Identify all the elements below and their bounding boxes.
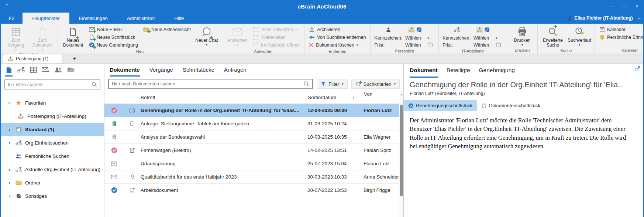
tree-item-favoriten[interactable]: › ★ Favoriten [1, 96, 104, 109]
sidebar-view-documents[interactable] [5, 67, 13, 77]
document-row[interactable]: Arbeitsdokument 20-07-2022 13:53 Birgit … [104, 184, 403, 197]
caret-down-icon[interactable]: ▾ [427, 36, 435, 40]
chevron-right-icon[interactable]: › [9, 140, 10, 146]
edit-flag-icon[interactable] [484, 27, 490, 33]
chevron-right-icon[interactable]: › [9, 180, 10, 186]
edit-flag-icon[interactable] [416, 27, 422, 33]
tab-anfragen[interactable]: Anfragen [224, 67, 247, 77]
popout-icon[interactable] [634, 66, 640, 72]
menu-tab-einstellungen[interactable]: Einstellungen [69, 13, 117, 24]
tab-dokument[interactable]: Dokument [410, 67, 438, 78]
tree-item-org-einheitssuchen[interactable]: › Org.Einheitssuchen [1, 136, 104, 149]
column-header-von[interactable]: Von [360, 91, 403, 104]
sidebar-view-contacts[interactable] [54, 67, 62, 76]
weiterleiten-button[interactable]: Weiterleiten [251, 33, 302, 41]
document-row[interactable]: Analyse der Bundestagswahl 10-03-2025 10… [104, 130, 403, 144]
tab-posteingang[interactable]: Posteingang (1) [3, 54, 62, 63]
chevron-down-icon[interactable]: › [7, 102, 13, 104]
document-row[interactable]: Genehmigung der Rolle in der Org.Einheit… [104, 104, 403, 117]
tree-item-standard[interactable]: › Standard (1) [1, 123, 104, 136]
antworten-button[interactable]: Antworten ▾ [224, 25, 250, 49]
tab-dokumentenschriftstueck[interactable]: Dokumentenschriftstück [477, 100, 545, 111]
comment-icon [130, 121, 135, 126]
menu-tab-hauptfenster[interactable]: Hauptfenster [23, 13, 69, 24]
list-scrollbar[interactable]: ▲ [399, 91, 403, 217]
flag-icon[interactable] [408, 27, 415, 33]
suchverlauf-button[interactable]: Suchverlauf ▾ [566, 25, 592, 48]
minimize-button[interactable]: — [606, 1, 618, 11]
tree-item-ordner[interactable]: › Ordner [1, 176, 104, 189]
tab-beteiligte[interactable]: Beteiligte [447, 67, 470, 78]
im-kalender-oeffnen-button[interactable]: Im Kalender öffnen [251, 41, 302, 49]
frist-waehlen-button[interactable]: Wählen [473, 43, 493, 48]
window-title: cBrain AcCloud06 [1, 3, 643, 10]
sidebar-search-input[interactable] [8, 82, 92, 87]
search-icon[interactable] [92, 82, 97, 87]
document-row[interactable]: Anfrage: Stellungnahme: Tablets im Kinde… [104, 117, 403, 130]
allen-antworten-button[interactable]: Allen antworten ▾ [251, 26, 302, 33]
kennzeichen-waehlen-button[interactable]: Wählen [405, 35, 424, 41]
column-header-betreff[interactable]: Betreff [141, 95, 304, 100]
flag-icon[interactable] [476, 27, 483, 33]
kalender-button[interactable]: Kalender [597, 26, 644, 33]
sort-descending-icon[interactable]: ↓ [352, 95, 355, 100]
tab-genehmigung[interactable]: Genehmigung [479, 67, 515, 78]
persoenliche-erinnerungen-button[interactable]: Persönliche Erinnerungen [597, 33, 644, 41]
dokument-loeschen-button[interactable]: Dokument löschen ▾ [307, 41, 368, 49]
maximize-button[interactable]: □ [618, 1, 631, 11]
document-search-input[interactable] [112, 81, 303, 87]
document-row[interactable]: Urlaubsplanung 25-07-2023 15:04 Florian … [104, 157, 403, 170]
neue-genehmigung-button[interactable]: Neue Genehmigung [87, 41, 140, 49]
row-sortierdatum: 31-03-2025 10:24 [304, 121, 360, 126]
close-button[interactable]: × [631, 1, 643, 11]
tab-dokumente[interactable]: Dokumente [110, 67, 140, 77]
reply-all-icon [253, 27, 259, 32]
frist-waehlen-button[interactable]: Wählen [405, 43, 424, 48]
tab-schriftstuecke[interactable]: Schriftstücke [183, 67, 214, 77]
sidebar-view-org[interactable] [17, 67, 25, 75]
archivieren-button[interactable]: Archivieren [307, 26, 368, 33]
suchkriterien-button[interactable]: Suchkriterien ▾ [351, 79, 400, 89]
menu-tab-administrator[interactable]: Administrator [117, 13, 165, 24]
menu-tab-f2[interactable]: F2 [1, 13, 23, 24]
chevron-right-icon[interactable]: › [9, 127, 10, 132]
sidebar-view-mail[interactable] [42, 67, 49, 75]
document-row[interactable]: Firmenwagen (Elektro) 14-02-2025 13:51 F… [104, 144, 403, 157]
printer-icon [517, 27, 527, 37]
filter-button[interactable]: Filter ▾ [317, 79, 347, 89]
tree-item-posteingang[interactable]: Posteingang (IT-Abteilung) [1, 109, 104, 123]
tree-item-sonstiges[interactable]: › Sonstiges [1, 189, 104, 203]
scrollbar-thumb[interactable] [400, 105, 403, 196]
sidebar-view-folders[interactable] [67, 67, 75, 75]
tree-item-persoenliche-suchen[interactable]: Persönliche Suchen [1, 149, 104, 163]
document-row[interactable]: Qualitätsbericht für das erste Halbjahr … [104, 170, 403, 184]
chevron-right-icon[interactable]: › [9, 193, 10, 199]
neue-email-button[interactable]: Neue E-Mail [87, 26, 140, 33]
neues-dokument-button[interactable]: Neues Dokument [60, 25, 86, 49]
current-user-link[interactable]: Elias Pichler (IT-Abteilung) [567, 16, 633, 21]
kennzeichen-waehlen-button[interactable]: Wählen [473, 35, 493, 41]
erweiterte-suche-button[interactable]: Erweiterte Suche [540, 25, 566, 48]
von-suchliste-entfernen-button[interactable]: Von Suchliste entfernen [307, 33, 368, 41]
tab-vorgaenge[interactable]: Vorgänge [149, 67, 173, 77]
calendar-icon[interactable] [427, 42, 433, 48]
chevron-right-icon[interactable]: › [9, 167, 10, 172]
tab-genehmigungsschriftstueck[interactable]: Genehmigungsschriftstück [404, 100, 477, 111]
collapse-ribbon-icon[interactable]: › [636, 17, 641, 19]
neue-akteneinsicht-button[interactable]: Neue Akteneinsicht [141, 26, 193, 33]
zum-vorgang-button[interactable]: Zum Vorgang ▾ [3, 25, 29, 52]
new-tab-button[interactable]: + [72, 55, 76, 62]
column-header-sortierdatum[interactable]: Sortierdatum ↓ [304, 91, 360, 104]
row-betreff: Firmenwagen (Elektro) [141, 148, 304, 153]
search-icon[interactable] [303, 81, 309, 87]
menu-tab-hilfe[interactable]: Hilfe [165, 13, 193, 24]
scroll-up-icon[interactable]: ▲ [399, 93, 403, 96]
caret-down-icon[interactable]: ▾ [496, 36, 503, 40]
drucken-button[interactable]: Drucken ▾ [509, 25, 535, 48]
calendar-icon[interactable] [496, 42, 501, 48]
zum-dokument-button[interactable]: Zum Dokument ▾ [30, 25, 55, 52]
neuer-chat-button[interactable]: Neuer Chat ▾ [194, 25, 220, 49]
tree-item-aktuelle-org-einheit[interactable]: › Aktuelle Org.Einheit (IT-Abteilung) [1, 163, 104, 176]
sidebar-view-archive[interactable] [30, 67, 37, 76]
neues-schriftstueck-button[interactable]: Neues Schriftstück [87, 33, 140, 41]
